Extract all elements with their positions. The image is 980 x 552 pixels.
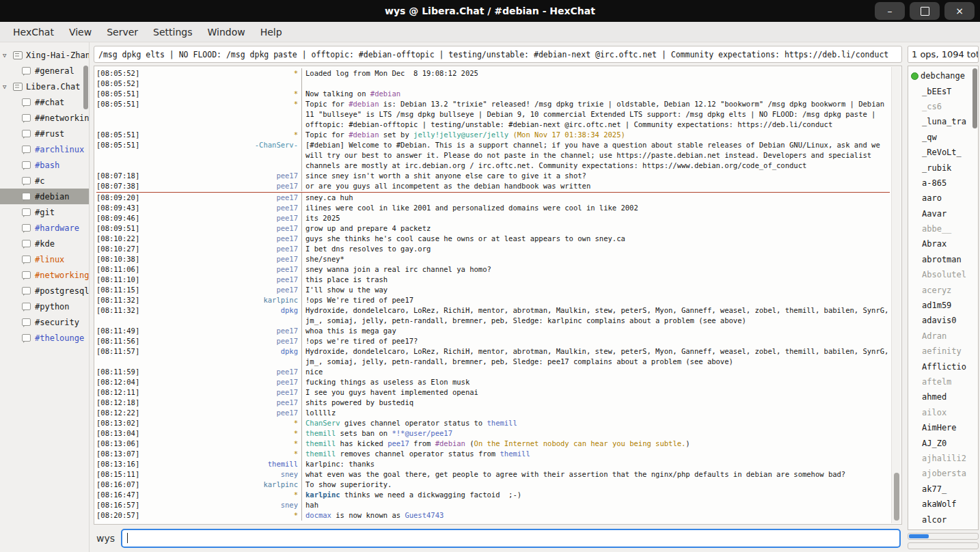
user-name: Adran bbox=[922, 331, 947, 341]
expander-icon[interactable]: ▽ bbox=[3, 52, 13, 59]
menu-window[interactable]: Window bbox=[200, 24, 252, 40]
nick: * bbox=[144, 130, 301, 140]
menu-help[interactable]: Help bbox=[253, 24, 290, 40]
user-row-a-865[interactable]: a-865 bbox=[908, 176, 978, 191]
tree-item-xing-hai-zhan[interactable]: ▽Xing-Hai-Zhan bbox=[0, 47, 89, 63]
topic-input[interactable] bbox=[94, 46, 902, 63]
user-row-ad1m59[interactable]: ad1m59 bbox=[908, 298, 978, 313]
chat-line: [08:13:16]themillkarlpinc: thanks bbox=[96, 459, 890, 469]
message: nice bbox=[301, 367, 890, 377]
menu-server[interactable]: Server bbox=[99, 24, 146, 40]
tree-item-rust[interactable]: ##rust bbox=[0, 126, 89, 141]
user-row-abrotman[interactable]: abrotman bbox=[908, 252, 978, 267]
user-row-debchange[interactable]: debchange bbox=[908, 68, 978, 83]
hexchat-window: wys @ Libera.Chat / #debian - HexChat – … bbox=[0, 0, 980, 552]
close-button[interactable]: × bbox=[944, 2, 975, 20]
message-segment: lollllz bbox=[305, 409, 336, 417]
chat-scrollbar-track[interactable] bbox=[891, 67, 901, 523]
message: Now talking on #debian bbox=[301, 89, 890, 99]
user-row-aceryz[interactable]: aceryz bbox=[908, 282, 978, 297]
tree-item-label: #kde bbox=[35, 239, 55, 249]
message-segment: !ops We're tired of pee17 bbox=[305, 296, 413, 304]
message bbox=[301, 79, 890, 89]
tree-item-thelounge[interactable]: #thelounge bbox=[0, 330, 89, 346]
chat-line: [08:11:57]dpkgHydroxide, dondelelcaro, L… bbox=[96, 346, 890, 367]
chat-scrollbar-thumb[interactable] bbox=[894, 473, 899, 521]
tree-item-general[interactable]: #general bbox=[0, 63, 89, 79]
user-row-abbe__[interactable]: abbe__ bbox=[908, 221, 978, 236]
user-row-Adran[interactable]: Adran bbox=[908, 329, 978, 344]
tree-item-label: Xing-Hai-Zhan bbox=[26, 51, 89, 60]
user-row-ailox[interactable]: ailox bbox=[908, 405, 978, 420]
tree-item-postgresql[interactable]: #postgresql bbox=[0, 283, 89, 299]
user-name: ak77_ bbox=[922, 484, 947, 494]
channel-icon bbox=[22, 287, 31, 294]
tree-item-hardware[interactable]: #hardware bbox=[0, 220, 89, 236]
message-segment: she/sney* bbox=[305, 255, 344, 263]
user-row-Afflictio[interactable]: Afflictio bbox=[908, 359, 978, 374]
tree-item-bash[interactable]: #bash bbox=[0, 157, 89, 173]
user-list-scrollbar[interactable] bbox=[972, 68, 977, 128]
tree-item-label: #hardware bbox=[35, 223, 79, 233]
user-row-alcor[interactable]: alcor bbox=[908, 512, 978, 527]
timestamp: [08:11:57] bbox=[96, 346, 144, 367]
user-row-_ReVoLt_[interactable]: _ReVoLt_ bbox=[908, 145, 978, 160]
user-row-Abrax[interactable]: Abrax bbox=[908, 236, 978, 251]
user-row-adavis0[interactable]: adavis0 bbox=[908, 313, 978, 328]
tree-item-linux[interactable]: #linux bbox=[0, 251, 89, 267]
tree-item-security[interactable]: #security bbox=[0, 314, 89, 330]
user-row-akaWolf[interactable]: akaWolf bbox=[908, 497, 978, 512]
user-row-ahmed[interactable]: ahmed bbox=[908, 389, 978, 404]
message-segment: Topic for bbox=[305, 130, 349, 139]
server-tree-scrollbar[interactable] bbox=[83, 66, 88, 109]
user-row-ajhalili2[interactable]: ajhalili2 bbox=[908, 451, 978, 466]
chat-line: [08:20:57]*docmax is now known as Guest4… bbox=[96, 510, 890, 521]
tree-item-git[interactable]: #git bbox=[0, 204, 89, 220]
tree-item-networking[interactable]: #networking bbox=[0, 267, 89, 283]
channel-icon bbox=[22, 161, 31, 169]
minimize-button[interactable]: – bbox=[875, 2, 905, 20]
maximize-button[interactable] bbox=[910, 2, 940, 20]
tree-item-libera.chat[interactable]: ▽Libera.Chat bbox=[0, 79, 89, 94]
message-segment: pee17 bbox=[387, 439, 409, 447]
user-row-_rubik[interactable]: _rubik bbox=[908, 160, 978, 175]
menu-hexchat[interactable]: HexChat bbox=[5, 24, 62, 40]
user-row-ajobersta[interactable]: ajobersta bbox=[908, 466, 978, 481]
message-segment: #debian bbox=[370, 89, 400, 98]
menu-view[interactable]: View bbox=[62, 24, 99, 40]
tree-item-debian[interactable]: #debian bbox=[0, 189, 89, 204]
timestamp: [08:05:51] bbox=[96, 140, 144, 171]
expander-icon[interactable]: ▽ bbox=[3, 83, 13, 90]
timestamp: [08:09:43] bbox=[96, 203, 144, 213]
user-row-_qw[interactable]: _qw bbox=[908, 130, 978, 145]
tree-item-c[interactable]: #c bbox=[0, 173, 89, 189]
user-row-AJ_Z0[interactable]: AJ_Z0 bbox=[908, 435, 978, 450]
user-row-AimHere[interactable]: AimHere bbox=[908, 420, 978, 435]
timestamp: [08:05:51] bbox=[96, 99, 144, 130]
menu-settings[interactable]: Settings bbox=[146, 24, 200, 40]
op-status-icon bbox=[911, 72, 918, 80]
user-row-aaro[interactable]: aaro bbox=[908, 191, 978, 206]
tree-item-networking[interactable]: ##networking bbox=[0, 110, 89, 126]
user-row-aefinity[interactable]: aefinity bbox=[908, 344, 978, 359]
user-row-Absolutel[interactable]: Absolutel bbox=[908, 267, 978, 282]
tree-item-chat[interactable]: ##chat bbox=[0, 94, 89, 110]
user-row-Aavar[interactable]: Aavar bbox=[908, 206, 978, 221]
message: Hydroxide, dondelelcaro, LoRez, RichiH, … bbox=[301, 346, 890, 367]
user-row-_luna_tra[interactable]: _luna_tra bbox=[908, 114, 978, 129]
user-row-aftelm[interactable]: aftelm bbox=[908, 374, 978, 389]
timestamp: [08:05:52] bbox=[96, 68, 144, 79]
message-input[interactable] bbox=[121, 529, 901, 548]
user-name: Aavar bbox=[922, 209, 947, 219]
tree-item-label: #linux bbox=[35, 255, 64, 264]
message-segment: To show superiority. bbox=[305, 480, 392, 488]
user-row-_bEEsT[interactable]: _bEEsT bbox=[908, 83, 978, 98]
message-segment: from bbox=[409, 439, 435, 447]
tree-item-archlinux[interactable]: #archlinux bbox=[0, 141, 89, 157]
user-row-_cs6[interactable]: _cs6 bbox=[908, 99, 978, 114]
tree-item-python[interactable]: #python bbox=[0, 299, 89, 314]
user-row-ak77_[interactable]: ak77_ bbox=[908, 482, 978, 497]
tree-item-kde[interactable]: #kde bbox=[0, 236, 89, 251]
message-segment: karlpinc: thanks bbox=[305, 460, 375, 468]
chat-line: [08:12:22]pee17lollllz bbox=[96, 408, 890, 418]
